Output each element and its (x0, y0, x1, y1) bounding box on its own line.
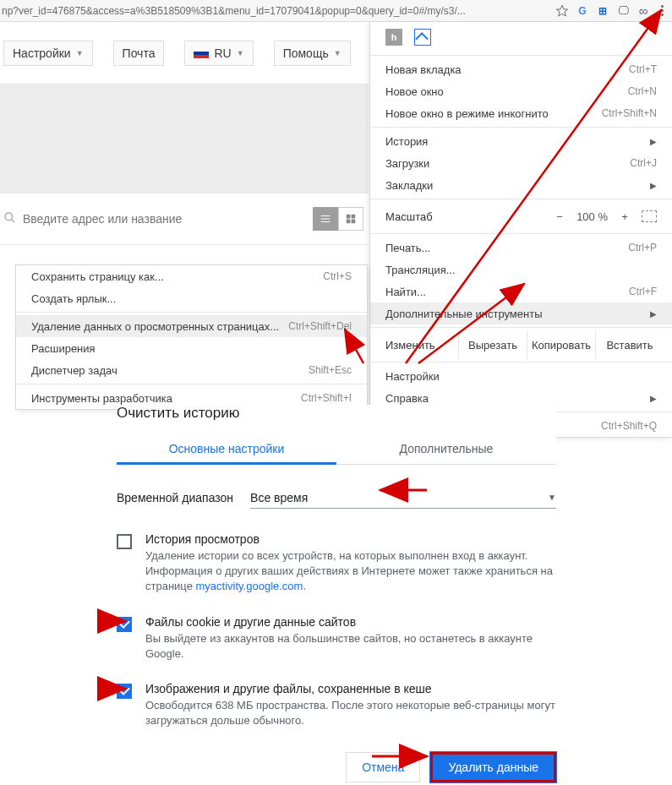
edit-label: Изменить (385, 339, 458, 352)
svg-line-2 (11, 219, 14, 222)
dialog-title: Очистить историю (117, 405, 556, 422)
zoom-value: 100 % (576, 210, 608, 223)
menu-print[interactable]: Печать...Ctrl+P (370, 237, 672, 259)
extension-icon-2[interactable]: ⊞ (595, 3, 610, 19)
option-cookies[interactable]: Файлы cookie и другие данные сайтов Вы в… (117, 615, 556, 662)
extension-icon-4[interactable]: ∞ (636, 3, 651, 19)
option-desc: Освободится 638 МБ пространства. После э… (145, 698, 556, 728)
option-title: Изображения и другие файлы, сохраненные … (145, 682, 556, 695)
submenu-extensions[interactable]: Расширения (16, 337, 367, 359)
url-fragment: np?ver_id=476875&access=a%3B518509%3B1&m… (0, 5, 466, 17)
chrome-main-menu: h Новая вкладкаCtrl+T Новое окноCtrl+N Н… (369, 22, 672, 438)
search-icon (3, 211, 16, 226)
ext-h-icon[interactable]: h (385, 29, 402, 46)
submenu-create-shortcut[interactable]: Создать ярлык... (16, 287, 367, 309)
list-view-button[interactable] (313, 207, 338, 231)
option-cached-images[interactable]: Изображения и другие файлы, сохраненные … (117, 682, 556, 728)
zoom-out-button[interactable]: − (551, 210, 568, 223)
menu-incognito[interactable]: Новое окно в режиме инкогнитоCtrl+Shift+… (370, 102, 672, 124)
menu-extension-icons: h (370, 22, 672, 52)
tab-basic[interactable]: Основные настройки (117, 435, 336, 465)
time-range-row: Временной диапазон Все время▼ (117, 483, 556, 512)
submenu-save-page-as[interactable]: Сохранить страницу как...Ctrl+S (16, 265, 367, 287)
extension-icon-3[interactable]: 🖵 (615, 3, 631, 19)
checkbox-icon[interactable] (117, 534, 132, 549)
page-toolbar: Настройки▼ Почта RU▼ Помощь▼ (0, 22, 369, 84)
zoom-in-button[interactable]: + (616, 210, 633, 223)
option-browsing-history[interactable]: История просмотров Удаление истории со в… (117, 532, 556, 595)
checkbox-checked-icon[interactable] (117, 684, 132, 699)
clear-data-button[interactable]: Удалить данные (430, 752, 556, 782)
language-dropdown[interactable]: RU▼ (184, 41, 253, 66)
ext-badge-icon[interactable] (414, 29, 431, 46)
submenu-task-manager[interactable]: Диспетчер задачShift+Esc (16, 359, 367, 381)
mail-button[interactable]: Почта (113, 41, 165, 66)
option-desc: Вы выйдете из аккаунтов на большинстве с… (145, 631, 556, 662)
fullscreen-button[interactable] (642, 210, 657, 222)
time-range-label: Временной диапазон (117, 491, 233, 504)
option-desc: Удаление истории со всех устройств, на к… (145, 548, 556, 595)
menu-edit-row: Изменить Вырезать Копировать Вставить (370, 330, 672, 359)
zoom-label: Масштаб (385, 210, 551, 223)
help-dropdown[interactable]: Помощь▼ (274, 41, 351, 66)
menu-history[interactable]: История▶ (370, 130, 672, 152)
grid-view-button[interactable] (338, 207, 363, 231)
time-range-select[interactable]: Все время▼ (250, 488, 556, 509)
chrome-menu-button[interactable] (656, 5, 669, 16)
menu-downloads[interactable]: ЗагрузкиCtrl+J (370, 152, 672, 174)
checkbox-checked-icon[interactable] (117, 617, 132, 632)
search-input[interactable] (23, 212, 243, 226)
page-content: Настройки▼ Почта RU▼ Помощь▼ (0, 22, 369, 267)
bookmark-star-icon[interactable] (555, 3, 570, 19)
view-toggle (313, 207, 363, 231)
menu-settings[interactable]: Настройки (370, 365, 672, 387)
flag-ru-icon (194, 48, 209, 58)
menu-copy[interactable]: Копировать (527, 330, 595, 359)
menu-zoom: Масштаб − 100 % + (370, 202, 672, 231)
menu-cut[interactable]: Вырезать (458, 330, 527, 359)
menu-bookmarks[interactable]: Закладки▶ (370, 174, 672, 196)
tab-advanced[interactable]: Дополнительные (336, 435, 556, 464)
menu-paste[interactable]: Вставить (595, 330, 664, 359)
menu-more-tools[interactable]: Дополнительные инструменты▶ (370, 303, 672, 324)
address-search-row (0, 193, 369, 245)
dialog-actions: Отмена Удалить данные (117, 752, 556, 782)
option-title: Файлы cookie и другие данные сайтов (145, 615, 556, 629)
omnibox: np?ver_id=476875&access=a%3B518509%3B1&m… (0, 0, 672, 22)
extension-icon[interactable]: G (575, 3, 590, 19)
menu-new-window[interactable]: Новое окноCtrl+N (370, 80, 672, 102)
menu-find[interactable]: Найти...Ctrl+F (370, 281, 672, 303)
dialog-tabs: Основные настройки Дополнительные (117, 435, 556, 465)
clear-browsing-data-dialog: Очистить историю Основные настройки Допо… (117, 405, 556, 782)
cancel-button[interactable]: Отмена (346, 752, 420, 782)
menu-new-tab[interactable]: Новая вкладкаCtrl+T (370, 58, 672, 80)
menu-cast[interactable]: Трансляция... (370, 259, 672, 281)
svg-point-1 (5, 213, 13, 221)
settings-dropdown[interactable]: Настройки▼ (3, 41, 93, 66)
more-tools-submenu: Сохранить страницу как...Ctrl+S Создать … (15, 264, 368, 410)
svg-marker-0 (556, 5, 567, 16)
option-title: История просмотров (145, 532, 556, 546)
submenu-clear-browsing-data[interactable]: Удаление данных о просмотренных страница… (16, 315, 367, 337)
myactivity-link[interactable]: myactivity.google.com (196, 580, 303, 592)
